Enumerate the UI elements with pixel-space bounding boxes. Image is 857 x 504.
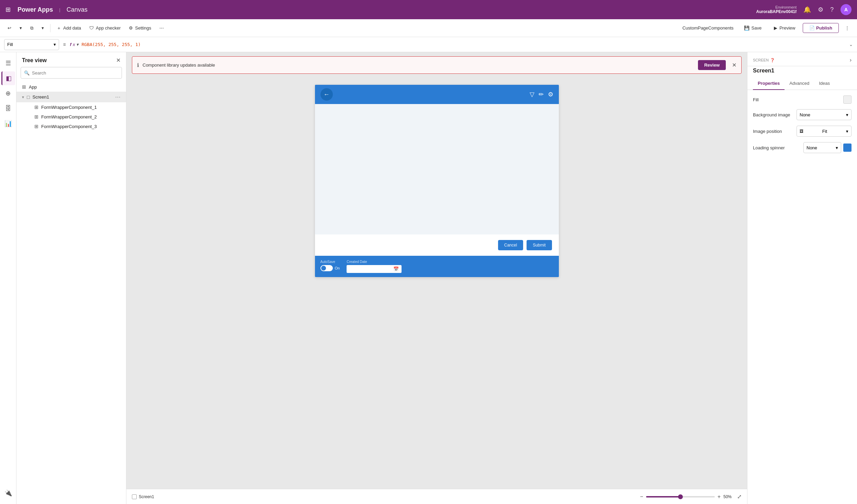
loading-spinner-dropdown[interactable]: None ▾ <box>803 142 841 153</box>
database-icon: 🗄 <box>5 105 11 112</box>
date-input[interactable]: 📅 <box>347 265 402 273</box>
more-actions-button[interactable]: ⋮ <box>842 23 853 33</box>
search-icon: 🔍 <box>24 70 30 76</box>
question-icon[interactable]: ❓ <box>770 58 775 62</box>
tree-header: Tree view ✕ <box>16 52 126 67</box>
settings-label: Settings <box>135 25 151 31</box>
fx-button[interactable]: f x ▾ <box>70 42 79 47</box>
help-icon[interactable]: ? <box>830 6 834 13</box>
submit-button[interactable]: Submit <box>527 240 552 250</box>
copy-dropdown-button[interactable]: ▾ <box>38 23 47 33</box>
context-menu-icon[interactable]: ⋯ <box>115 94 121 100</box>
fill-color-swatch[interactable] <box>843 95 852 104</box>
status-screen-indicator: Screen1 <box>132 494 154 499</box>
settings-button[interactable]: ⚙ Settings <box>125 23 155 33</box>
add-data-button[interactable]: ＋ Add data <box>53 23 84 33</box>
waffle-icon[interactable]: ⊞ <box>5 6 11 13</box>
sidebar-item-menu[interactable]: ☰ <box>1 56 15 70</box>
title-separator: | <box>59 7 60 12</box>
toggle-switch[interactable] <box>320 265 333 271</box>
preview-label: Preview <box>779 25 795 31</box>
chevron-down-icon: ▾ <box>42 25 44 31</box>
plus-circle-icon: ⊕ <box>5 90 11 97</box>
screen-section-label: SCREEN ❓ <box>753 58 775 62</box>
tab-ideas[interactable]: Ideas <box>814 77 835 90</box>
environment-info: Environment AuroraBAPEnv0041f <box>756 5 797 14</box>
sidebar-item-connections[interactable]: 🔌 <box>1 486 15 500</box>
topbar-right: Environment AuroraBAPEnv0041f 🔔 ⚙ ? A <box>756 4 852 15</box>
property-name: Fill <box>7 42 13 47</box>
background-image-dropdown[interactable]: None ▾ <box>797 109 852 120</box>
back-button[interactable]: ← <box>320 88 333 101</box>
sidebar-item-layers[interactable]: ◧ <box>1 71 15 85</box>
tree-item-label: FormWrapperComponent_3 <box>41 124 97 129</box>
ellipsis-icon: ⋯ <box>159 25 164 31</box>
tree-item-form3[interactable]: ⊞ FormWrapperComponent_3 <box>16 122 126 131</box>
checker-icon: 🛡 <box>89 25 94 31</box>
cancel-button[interactable]: Cancel <box>498 240 523 250</box>
save-button[interactable]: 💾 Save <box>739 23 767 33</box>
save-label: Save <box>752 25 762 31</box>
notification-close-button[interactable]: ✕ <box>732 62 736 68</box>
gear-icon: ⚙ <box>129 25 133 31</box>
dropdown-chevron-icon: ▾ <box>836 145 838 150</box>
formula-expand-icon[interactable]: ⌄ <box>849 42 853 47</box>
image-position-dropdown[interactable]: 🖼 Fit ▾ <box>797 126 852 137</box>
sidebar-item-insert[interactable]: ⊕ <box>1 87 15 100</box>
loading-spinner-controls: None ▾ <box>803 142 852 153</box>
tree-item-screen1[interactable]: ▾ □ Screen1 ⋯ <box>16 92 126 102</box>
app-checker-button[interactable]: 🛡 App checker <box>86 23 124 33</box>
tree-item-form2[interactable]: ⊞ FormWrapperComponent_2 <box>16 112 126 122</box>
more-button[interactable]: ⋯ <box>156 23 167 33</box>
fx-icon: f <box>70 42 71 47</box>
publish-label: Publish <box>816 25 832 31</box>
screen-frame: ← ▽ ✏ ⚙ Cancel Submit <box>315 85 559 277</box>
tree-item-form1[interactable]: ⊞ FormWrapperComponent_1 <box>16 102 126 112</box>
settings-icon[interactable]: ⚙ <box>548 91 553 98</box>
connections-icon: 🔌 <box>4 489 12 497</box>
tree-item-app[interactable]: ⊞ App <box>16 82 126 92</box>
spinner-color-swatch[interactable] <box>843 144 852 152</box>
info-icon: ℹ <box>137 62 139 68</box>
undo-dropdown-button[interactable]: ▾ <box>16 23 25 33</box>
toolbar: ↩ ▾ ⧉ ▾ ＋ Add data 🛡 App checker ⚙ Setti… <box>0 19 857 37</box>
canvas-label: Canvas <box>67 6 88 13</box>
fullscreen-button[interactable]: ⤢ <box>737 493 742 500</box>
zoom-slider[interactable] <box>646 496 715 497</box>
sidebar-item-analytics[interactable]: 📊 <box>1 117 15 130</box>
undo-button[interactable]: ↩ <box>4 23 15 33</box>
tree-close-button[interactable]: ✕ <box>116 57 121 64</box>
notification-bell-icon[interactable]: 🔔 <box>803 6 811 13</box>
zoom-out-button[interactable]: − <box>640 494 643 500</box>
search-input[interactable] <box>21 67 122 79</box>
panel-tabs: Properties Advanced Ideas <box>747 77 857 90</box>
review-button[interactable]: Review <box>698 60 726 70</box>
notification-text: Component library updates available <box>143 62 695 68</box>
avatar[interactable]: A <box>841 4 852 15</box>
toggle-on-label: On <box>335 266 340 270</box>
chart-icon: 📊 <box>4 120 12 127</box>
formula-input[interactable] <box>81 42 846 47</box>
panel-expand-icon[interactable]: › <box>850 57 852 63</box>
tab-advanced[interactable]: Advanced <box>785 77 814 90</box>
fill-label: Fill <box>753 97 759 102</box>
tree-items: ⊞ App ▾ □ Screen1 ⋯ ⊞ FormWrapperCompone… <box>16 82 126 504</box>
zoom-in-button[interactable]: + <box>718 494 721 500</box>
settings-icon[interactable]: ⚙ <box>818 6 823 13</box>
component-icon: ⊞ <box>34 114 38 119</box>
loading-spinner-value: None <box>807 145 817 150</box>
edit-icon[interactable]: ✏ <box>539 91 544 98</box>
sidebar-item-data[interactable]: 🗄 <box>1 102 15 115</box>
app-title: Power Apps <box>18 6 53 13</box>
copy-button[interactable]: ⧉ <box>27 23 37 33</box>
loading-spinner-label: Loading spinner <box>753 145 785 150</box>
filter-icon[interactable]: ▽ <box>530 91 534 98</box>
property-dropdown[interactable]: Fill ▾ <box>4 39 59 50</box>
publish-button[interactable]: 📄 Publish <box>803 23 839 33</box>
dropdown-chevron-icon: ▾ <box>846 112 848 117</box>
preview-button[interactable]: ▶ Preview <box>769 23 800 33</box>
notification-bar: ℹ Component library updates available Re… <box>132 56 742 74</box>
tree-search: 🔍 <box>21 67 122 79</box>
tab-properties[interactable]: Properties <box>753 77 785 90</box>
tree-item-label: FormWrapperComponent_1 <box>41 105 97 110</box>
